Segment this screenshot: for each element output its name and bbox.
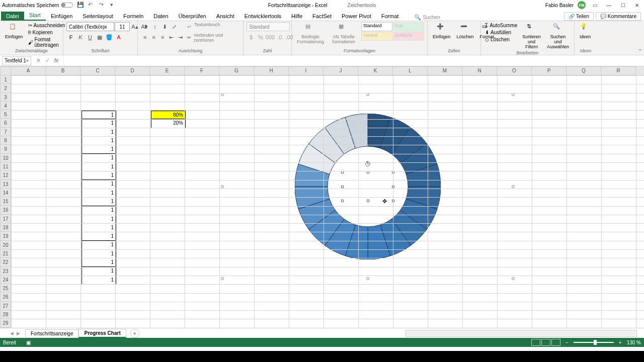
zoom-in-icon[interactable]: +	[619, 340, 622, 345]
delete-cells-button[interactable]: ➖Löschen	[455, 22, 476, 40]
insert-cells-button[interactable]: ➕Einfügen	[431, 22, 453, 40]
orientation-icon[interactable]: ⤢	[170, 22, 179, 31]
row-header[interactable]: 5	[0, 110, 11, 119]
row-header[interactable]: 7	[0, 128, 11, 136]
col-header[interactable]: I	[289, 66, 324, 75]
inc-decimal-icon[interactable]: .0	[275, 33, 284, 42]
indent-inc-icon[interactable]: ⇥	[176, 33, 184, 42]
clear-button[interactable]: ◇Löschen	[484, 36, 518, 43]
col-header[interactable]: G	[219, 66, 254, 75]
currency-icon[interactable]: $	[247, 33, 256, 42]
row-header[interactable]: 9	[0, 145, 11, 153]
tab-start[interactable]: Start	[24, 11, 46, 21]
col-header[interactable]: C	[80, 66, 115, 75]
resize-handle[interactable]	[512, 277, 515, 280]
formula-input[interactable]	[63, 56, 644, 65]
fx-icon[interactable]: fx	[52, 57, 60, 64]
align-top-icon[interactable]: ⬆	[141, 22, 150, 31]
tab-entwicklertools[interactable]: Entwicklertools	[239, 12, 286, 21]
tab-format[interactable]: Format	[376, 12, 404, 21]
row-header[interactable]: 12	[0, 171, 11, 179]
copy-button[interactable]: ⎘Kopieren	[27, 29, 66, 36]
toggle-switch-icon[interactable]	[61, 3, 73, 8]
select-all-corner[interactable]	[0, 66, 11, 75]
undo-icon[interactable]: ↶	[88, 2, 95, 9]
add-sheet-button[interactable]: +	[130, 329, 139, 338]
minimize-icon[interactable]: —	[604, 2, 614, 9]
paste-button[interactable]: 📋 Einfügen	[3, 22, 25, 40]
autosum-button[interactable]: ΣAutoSumme	[484, 22, 518, 29]
confirm-formula-icon[interactable]: ✓	[43, 57, 51, 64]
cell-style-gut[interactable]: Gut	[393, 22, 424, 31]
align-left-icon[interactable]: ≡	[141, 33, 149, 42]
zoom-level[interactable]: 130 %	[627, 340, 641, 345]
tab-datei[interactable]: Datei	[1, 12, 24, 21]
autosave-toggle[interactable]: Automatisches Speichern	[2, 3, 73, 8]
wrap-text-button[interactable]: ↵	[185, 22, 194, 31]
col-header[interactable]: A	[11, 66, 46, 75]
row-header[interactable]: 25	[0, 284, 11, 293]
row-header[interactable]: 10	[0, 154, 11, 162]
resize-handle[interactable]	[512, 93, 515, 96]
resize-handle[interactable]	[221, 277, 224, 280]
tab-ueberpruefen[interactable]: Überprüfen	[174, 12, 211, 21]
align-middle-icon[interactable]: ↕	[150, 22, 159, 31]
as-table-button[interactable]: ▦ Als Tabelle formatieren	[328, 22, 359, 45]
row-header[interactable]: 26	[0, 293, 11, 301]
align-center-icon[interactable]: ≡	[149, 33, 157, 42]
sort-filter-button[interactable]: ⇅Sortieren und Filtern	[520, 22, 543, 50]
sheet-tab-2[interactable]: Progress Chart	[78, 329, 126, 338]
row-header[interactable]: 18	[0, 223, 11, 232]
tab-einfuegen[interactable]: Einfügen	[46, 12, 77, 21]
underline-button[interactable]: U	[86, 33, 95, 42]
ideas-button[interactable]: 💡Ideen	[578, 22, 593, 40]
indent-dec-icon[interactable]: ⇤	[167, 33, 175, 42]
cond-format-button[interactable]: ▤ Bedingte Formatierung	[295, 22, 326, 45]
macro-record-icon[interactable]: ▣	[26, 340, 31, 345]
tab-formeln[interactable]: Formeln	[118, 12, 148, 21]
name-box[interactable]: Textfeld 1 ▾	[2, 56, 31, 65]
col-header[interactable]: Q	[567, 66, 601, 75]
resize-handle[interactable]	[512, 185, 515, 188]
col-header[interactable]: O	[497, 66, 532, 75]
cancel-formula-icon[interactable]: ✕	[34, 57, 42, 64]
col-header[interactable]: P	[532, 66, 567, 75]
horizontal-scrollbar[interactable]	[406, 330, 637, 337]
row-header[interactable]: 20	[0, 241, 11, 249]
tab-seitenlayout[interactable]: Seitenlayout	[77, 12, 118, 21]
view-page-layout-icon[interactable]	[541, 339, 550, 346]
tab-powerpivot[interactable]: Power Pivot	[337, 12, 376, 21]
cell-style-standard[interactable]: Standard	[361, 22, 392, 31]
align-bottom-icon[interactable]: ⬇	[160, 22, 169, 31]
view-normal-icon[interactable]	[531, 339, 540, 346]
fill-button[interactable]: ⬇Ausfüllen	[484, 29, 518, 36]
qat-dropdown-icon[interactable]: ▾	[110, 2, 117, 9]
tab-nav-next-icon[interactable]: ▶	[17, 331, 20, 336]
col-header[interactable]: M	[428, 66, 462, 75]
bold-button[interactable]: F	[66, 33, 75, 42]
col-header[interactable]: N	[462, 66, 497, 75]
cut-button[interactable]: ✂Ausschneiden	[27, 22, 66, 29]
row-header[interactable]: 14	[0, 189, 11, 197]
font-color-button[interactable]: A	[114, 33, 123, 42]
row-header[interactable]: 24	[0, 276, 11, 284]
row-header[interactable]: 3	[0, 93, 11, 102]
resize-handle[interactable]	[366, 277, 369, 280]
row-header[interactable]: 2	[0, 84, 11, 93]
percent-icon[interactable]: %	[256, 33, 265, 42]
dec-decimal-icon[interactable]: .00	[285, 33, 294, 42]
row-header[interactable]: 28	[0, 310, 11, 319]
comma-icon[interactable]: 000	[266, 33, 275, 42]
col-header[interactable]: K	[358, 66, 393, 75]
fill-color-button[interactable]: 🪣	[105, 33, 114, 42]
col-header[interactable]: F	[185, 66, 219, 75]
tab-daten[interactable]: Daten	[148, 12, 173, 21]
tb-handle[interactable]	[367, 200, 369, 202]
number-format-select[interactable]	[247, 22, 290, 31]
row-header[interactable]: 6	[0, 119, 11, 127]
tb-handle[interactable]	[341, 200, 344, 202]
format-painter-button[interactable]: 🖌Format übertragen	[27, 36, 66, 48]
merge-button[interactable]: ⬌	[185, 33, 193, 42]
sheet-tab-1[interactable]: Fortschrittsanzeige	[25, 329, 78, 337]
row-header[interactable]: 29	[0, 319, 11, 327]
